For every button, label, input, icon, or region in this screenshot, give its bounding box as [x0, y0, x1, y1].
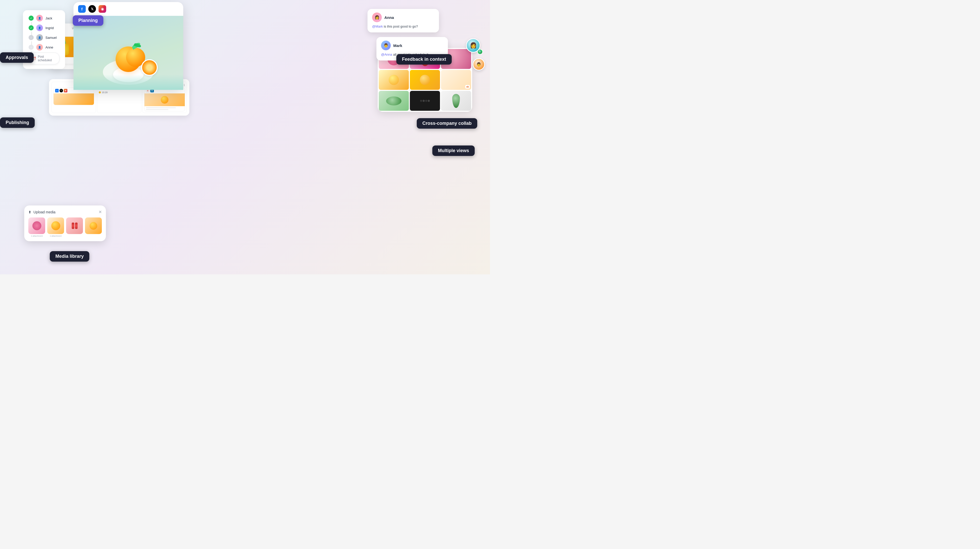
- media-cell-9: [441, 91, 471, 111]
- orange-slice: [141, 59, 158, 76]
- upload-fruit-4: [89, 222, 97, 230]
- cloth-bottom: [73, 75, 183, 90]
- orange-slice-small: [420, 75, 430, 85]
- name-samuel: Samuel: [45, 36, 57, 40]
- upload-img-3: [66, 218, 83, 234]
- main-post-image: [73, 16, 183, 90]
- tw-sm: 𝕏: [59, 89, 63, 92]
- cross-company-badge: Cross-company collab: [417, 118, 477, 129]
- multiple-views-badge: Multiple views: [432, 145, 475, 156]
- upload-title: Upload media: [33, 210, 56, 214]
- upload-card: ⬆ Upload media ✕ 1 attachment 1 attachme…: [24, 205, 106, 241]
- anna-feedback-card: 👩 Anna @Mark is this post good to go?: [368, 9, 439, 32]
- week-post-2: G in: [144, 88, 185, 111]
- collab-person-2: 👨: [473, 59, 484, 70]
- check-jack: ✓: [29, 16, 34, 21]
- upload-title-area: ⬆ Upload media: [28, 210, 56, 214]
- anna-feedback-header: 👩 Anna: [372, 13, 434, 22]
- planning-label: Planning: [78, 18, 98, 23]
- multiple-views-label: Multiple views: [438, 148, 469, 153]
- upload-header: ⬆ Upload media ✕: [28, 210, 102, 215]
- media-library-badge: Media library: [50, 251, 89, 262]
- avatar-anne: 👤: [36, 44, 43, 51]
- collab-search-icon: 🔍: [477, 49, 483, 55]
- upload-grid: 1 attachment 1 attachment: [28, 218, 102, 237]
- avatar-samuel: 👤: [36, 34, 43, 41]
- cross-company-label: Cross-company collab: [422, 121, 472, 126]
- lime-shape: [386, 97, 401, 105]
- mark-feedback-header: 👨 Mark: [381, 41, 443, 50]
- check-anne: ○: [29, 45, 34, 50]
- feedback-badge: Feedback in context: [396, 54, 452, 65]
- social-icons-bar: f 𝕏 ◉: [73, 2, 183, 16]
- instagram-icon: ◉: [99, 5, 106, 13]
- upload-item-3: [66, 218, 83, 237]
- planning-badge: Planning: [73, 15, 103, 26]
- publishing-label: Publishing: [6, 120, 29, 125]
- approval-row-samuel: ○ 👤 Samuel: [29, 34, 59, 41]
- upload-item-4: [85, 218, 102, 237]
- approvals-label: Approvals: [6, 55, 28, 60]
- upload-img-4: [85, 218, 102, 234]
- upload-img-2: [47, 218, 64, 234]
- time-event-2: 15:20: [99, 91, 140, 94]
- media-cell-7: [379, 91, 409, 111]
- upload-fruit-1: [32, 221, 41, 230]
- approval-row-jack: ✓ 👤 Jack: [29, 15, 59, 21]
- week-post-1: f 𝕏 ◉: [53, 88, 94, 105]
- fb-sm: f: [55, 89, 59, 92]
- name-jack: Jack: [45, 16, 52, 20]
- collab-avatar-2: 👨: [473, 58, 485, 70]
- facebook-icon: f: [78, 5, 86, 13]
- dot1: [420, 100, 422, 102]
- check-ingrid: ✓: [29, 25, 34, 30]
- dot2: [423, 100, 425, 102]
- upload-img-1: [28, 218, 45, 234]
- planning-label-container: Planning: [73, 15, 103, 26]
- bottle-1: [72, 223, 74, 229]
- media-library-label: Media library: [56, 254, 84, 259]
- upload-close-button[interactable]: ✕: [99, 210, 102, 215]
- avatar-ingrid: 👤: [36, 24, 43, 31]
- upload-fruit-2: [51, 221, 60, 230]
- text-line-1: [146, 107, 176, 108]
- approval-row-ingrid: ✓ 👤 Ingrid: [29, 24, 59, 31]
- smoothie-glass: [452, 94, 460, 108]
- upload-bottles: [72, 223, 78, 229]
- name-anne: Anne: [45, 45, 53, 49]
- upload-item-2: 1 attachment: [47, 218, 64, 237]
- bottle-2: [75, 223, 78, 229]
- dot4: [428, 100, 430, 102]
- upload-item-1: 1 attachment: [28, 218, 45, 237]
- upload-icon: ⬆: [28, 210, 32, 214]
- mark-avatar: 👨: [381, 41, 391, 50]
- media-cell-5: [410, 70, 440, 90]
- yellow-dot: [99, 91, 101, 94]
- feedback-label: Feedback in context: [402, 57, 446, 62]
- week-img-2: [145, 94, 185, 106]
- approvals-badge: Approvals: [0, 53, 34, 63]
- week-post-2-text: [145, 106, 185, 111]
- anna-name: Anna: [384, 15, 394, 20]
- dark-pattern: [420, 100, 430, 102]
- ig-sm: ◉: [64, 89, 67, 92]
- name-ingrid: Ingrid: [45, 26, 54, 30]
- upload-label-2: 1 attachment: [47, 235, 64, 237]
- upload-label-1: 1 attachment: [28, 235, 45, 237]
- twitter-icon: 𝕏: [88, 5, 96, 13]
- orange-tiny: [161, 96, 169, 103]
- mark-name: Mark: [393, 43, 402, 48]
- approval-row-anne: ○ 👤 Anne: [29, 44, 59, 51]
- avatar-jack: 👤: [36, 15, 43, 21]
- dot3: [425, 100, 427, 102]
- anna-avatar: 👩: [372, 13, 382, 22]
- media-cell-8: [410, 91, 440, 111]
- event-time-2: 15:20: [102, 91, 108, 94]
- text-line-2: [146, 109, 169, 110]
- post-scheduled-text: Post scheduled: [38, 55, 56, 62]
- publishing-badge: Publishing: [0, 118, 35, 128]
- media-cell-6: sk: [441, 70, 471, 90]
- media-tag: sk: [465, 85, 470, 89]
- check-samuel: ○: [29, 35, 34, 40]
- citrus-shape-1: [389, 75, 399, 85]
